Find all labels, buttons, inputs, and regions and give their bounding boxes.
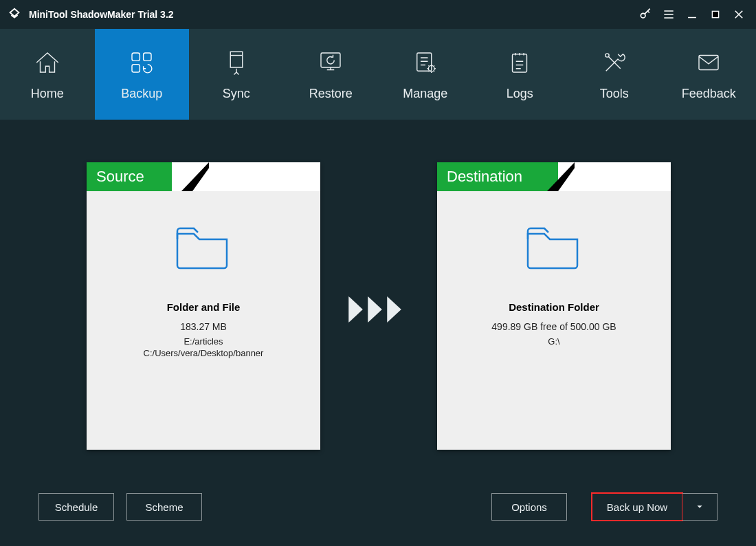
folder-icon xyxy=(524,223,584,271)
scheme-button[interactable]: Scheme xyxy=(126,493,202,521)
nav-label: Feedback xyxy=(682,87,736,101)
svg-rect-4 xyxy=(132,64,140,72)
nav-label: Tools xyxy=(600,87,629,101)
schedule-button[interactable]: Schedule xyxy=(38,493,114,521)
source-path-2: C:/Users/vera/Desktop/banner xyxy=(144,348,264,358)
source-title: Folder and File xyxy=(167,301,241,313)
destination-tab-label: Destination xyxy=(437,162,558,191)
nav-backup[interactable]: Backup xyxy=(95,29,190,120)
folder-icon xyxy=(173,223,234,271)
svg-rect-3 xyxy=(144,53,151,61)
source-panel-header: Source xyxy=(87,162,320,191)
svg-rect-2 xyxy=(132,53,140,61)
minimize-button[interactable] xyxy=(680,0,704,29)
svg-rect-10 xyxy=(699,55,718,69)
options-button[interactable]: Options xyxy=(491,493,567,521)
backup-icon xyxy=(127,48,156,77)
close-button[interactable] xyxy=(727,0,751,29)
nav-sync[interactable]: Sync xyxy=(189,29,284,120)
restore-icon xyxy=(316,48,345,77)
svg-rect-5 xyxy=(321,53,340,67)
svg-point-9 xyxy=(605,53,609,56)
nav-label: Logs xyxy=(507,87,533,101)
logs-icon xyxy=(505,48,534,77)
home-icon xyxy=(33,48,62,77)
source-size: 183.27 MB xyxy=(180,321,227,332)
nav-label: Home xyxy=(31,87,64,101)
destination-panel-header: Destination xyxy=(437,162,671,191)
nav-home[interactable]: Home xyxy=(0,29,95,120)
nav-label: Manage xyxy=(403,87,447,101)
direction-arrows-icon xyxy=(344,294,408,325)
nav-tools[interactable]: Tools xyxy=(567,29,662,120)
backup-now-dropdown[interactable] xyxy=(682,493,718,521)
destination-path: G:\ xyxy=(548,336,559,347)
main-area: Source Folder and File 183.27 MB E:/arti… xyxy=(0,120,756,546)
source-path-1: E:/articles xyxy=(184,336,223,347)
app-logo-icon xyxy=(5,6,23,23)
menu-icon[interactable] xyxy=(657,0,680,29)
nav-label: Backup xyxy=(121,87,162,101)
destination-panel-body: Destination Folder 499.89 GB free of 500… xyxy=(437,191,671,347)
maximize-button[interactable] xyxy=(704,0,727,29)
destination-title: Destination Folder xyxy=(509,301,599,313)
main-nav: Home Backup Sync Restore Manage xyxy=(0,29,756,120)
svg-rect-6 xyxy=(417,53,432,71)
nav-restore[interactable]: Restore xyxy=(284,29,379,120)
source-panel[interactable]: Source Folder and File 183.27 MB E:/arti… xyxy=(87,162,320,450)
sync-icon xyxy=(222,48,251,77)
manage-icon xyxy=(411,48,440,77)
nav-label: Sync xyxy=(223,87,250,101)
nav-logs[interactable]: Logs xyxy=(473,29,568,120)
nav-feedback[interactable]: Feedback xyxy=(662,29,757,120)
svg-rect-1 xyxy=(712,11,718,17)
source-panel-body: Folder and File 183.27 MB E:/articles C:… xyxy=(87,191,320,358)
title-bar: MiniTool ShadowMaker Trial 3.2 xyxy=(0,0,756,29)
source-tab-label: Source xyxy=(87,162,172,191)
key-icon[interactable] xyxy=(634,0,657,29)
destination-free: 499.89 GB free of 500.00 GB xyxy=(491,321,616,332)
feedback-icon xyxy=(694,48,723,77)
nav-manage[interactable]: Manage xyxy=(378,29,473,120)
app-title: MiniTool ShadowMaker Trial 3.2 xyxy=(29,9,174,20)
svg-rect-8 xyxy=(513,54,527,72)
tools-icon xyxy=(600,48,629,77)
nav-label: Restore xyxy=(309,87,353,101)
backup-now-button[interactable]: Back up Now xyxy=(592,493,682,521)
svg-point-0 xyxy=(641,13,645,18)
bottom-toolbar: Schedule Scheme Options Back up Now xyxy=(0,492,756,521)
destination-panel[interactable]: Destination Destination Folder 499.89 GB… xyxy=(437,162,671,450)
